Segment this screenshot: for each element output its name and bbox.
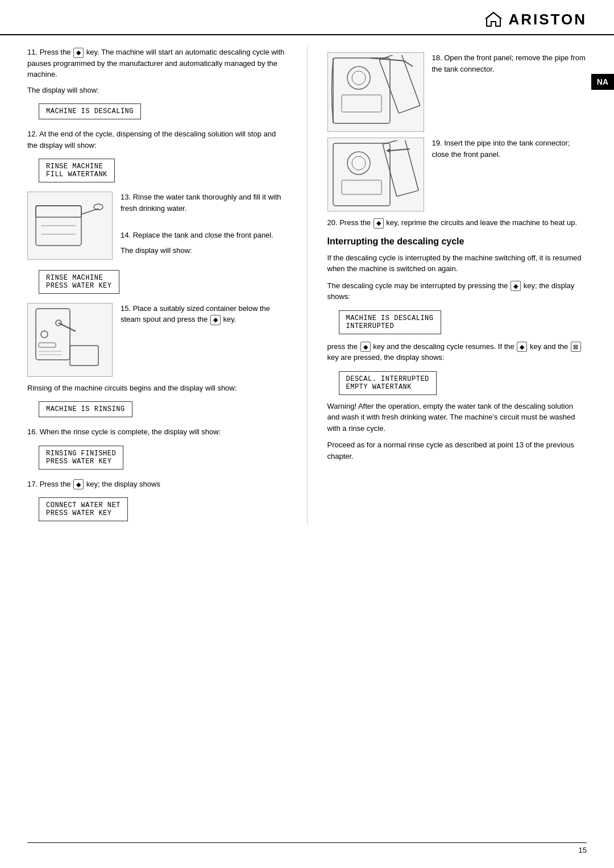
key-sym-4: ◆ bbox=[374, 218, 384, 229]
svg-rect-23 bbox=[383, 140, 418, 196]
step16-text: 16. When the rinse cycle is complete, th… bbox=[27, 426, 287, 438]
page-number: 15 bbox=[579, 846, 587, 854]
display-rinsing-finished: RINSING FINISHED PRESS WATER KEY bbox=[39, 446, 123, 470]
display-rinse-fill: RINSE MACHINE FILL WATERTANK bbox=[39, 159, 115, 182]
svg-line-27 bbox=[390, 149, 410, 151]
svg-point-24 bbox=[347, 152, 370, 175]
figure-steam: 15. Place a suitably sized container bel… bbox=[27, 303, 287, 377]
footer-line bbox=[27, 842, 587, 843]
steam-image bbox=[27, 303, 113, 377]
svg-rect-10 bbox=[70, 346, 98, 366]
left-column: 11. Press the ◆ key. The machine will st… bbox=[27, 47, 287, 525]
step17-text: 17. Press the ◆ key; the display shows bbox=[27, 479, 287, 490]
interrupting-section-title: Interrupting the descaling cycle bbox=[327, 236, 587, 247]
warning-text: Warning! After the operation, empty the … bbox=[327, 401, 587, 434]
svg-point-11 bbox=[41, 331, 48, 338]
open-panel-svg bbox=[330, 55, 421, 129]
svg-rect-26 bbox=[342, 180, 381, 194]
svg-rect-15 bbox=[333, 58, 390, 123]
interrupt-p2: The descaling cycle may be interrupted b… bbox=[327, 280, 587, 302]
display-rinse-press: RINSE MACHINE PRESS WATER KEY bbox=[39, 270, 119, 294]
tank-svg bbox=[30, 194, 110, 257]
svg-point-18 bbox=[352, 71, 366, 85]
display-connect-water: CONNECT WATER NET PRESS WATER KEY bbox=[39, 497, 128, 521]
key-sym-3: ◆ bbox=[73, 479, 84, 489]
figure-open-panel: 18. Open the front panel; remove the pip… bbox=[327, 52, 587, 132]
svg-rect-1 bbox=[36, 206, 81, 217]
figure-insert-pipe: 19. Insert the pipe into the tank connec… bbox=[327, 138, 587, 211]
proceed-text: Proceed as for a normal rinse cycle as d… bbox=[327, 439, 587, 462]
display-empty-watertank: DESCAL. INTERRUPTED EMPTY WATERTANK bbox=[339, 371, 437, 395]
svg-rect-16 bbox=[379, 55, 420, 113]
step19-text: 19. Insert the pipe into the tank connec… bbox=[432, 138, 587, 164]
key-sym-2: ◆ bbox=[210, 315, 221, 325]
key-sym-5: ◆ bbox=[511, 281, 521, 291]
open-panel-image bbox=[327, 52, 424, 132]
step20-text: 20. Press the ◆ key, reprime the circuit… bbox=[327, 217, 587, 229]
svg-marker-28 bbox=[386, 148, 390, 153]
steam-svg bbox=[30, 306, 110, 374]
figure-tank: 13. Rinse the water tank thoroughly and … bbox=[27, 192, 287, 261]
insert-pipe-svg bbox=[330, 140, 421, 209]
step12-text: 12. At the end of the cycle, dispensing … bbox=[27, 128, 287, 151]
svg-rect-19 bbox=[342, 95, 381, 112]
step15-text: 15. Place a suitably sized container bel… bbox=[121, 303, 287, 377]
page-header: ARISTON bbox=[0, 0, 614, 35]
display-show-label-1: The display will show: bbox=[27, 85, 287, 96]
display-interrupted: MACHINE IS DESCALING INTERRUPTED bbox=[339, 310, 441, 334]
svg-point-17 bbox=[347, 67, 370, 89]
na-badge: NA bbox=[591, 74, 614, 90]
key-symbol-1: ◆ bbox=[73, 48, 84, 58]
key-sym-8: ⊠ bbox=[571, 342, 581, 352]
interrupt-p3: press the ◆ key and the descaling cycle … bbox=[327, 341, 587, 363]
main-content: 11. Press the ◆ key. The machine will st… bbox=[0, 35, 614, 559]
svg-point-25 bbox=[352, 156, 366, 170]
tank-image bbox=[27, 192, 113, 260]
insert-pipe-image bbox=[327, 138, 424, 211]
column-divider bbox=[307, 47, 308, 525]
rinsing-label: Rinsing of the machine circuits begins a… bbox=[27, 383, 287, 394]
step11-text: 11. Press the ◆ key. The machine will st… bbox=[27, 47, 287, 80]
right-column: 18. Open the front panel; remove the pip… bbox=[327, 47, 587, 525]
key-sym-7: ◆ bbox=[517, 342, 527, 352]
ariston-logo: ARISTON bbox=[484, 10, 587, 28]
logo-text: ARISTON bbox=[508, 11, 587, 28]
ariston-logo-icon bbox=[484, 10, 503, 28]
display-machine-is-descaling: MACHINE IS DESCALING bbox=[39, 103, 141, 119]
svg-rect-12 bbox=[39, 343, 56, 347]
display-machine-rinsing: MACHINE IS RINSING bbox=[39, 401, 132, 417]
key-sym-6: ◆ bbox=[360, 342, 371, 352]
step13-14-text: 13. Rinse the water tank thoroughly and … bbox=[121, 192, 287, 261]
step18-text: 18. Open the front panel; remove the pip… bbox=[432, 52, 587, 79]
interrupt-p1: If the descaling cycle is interrupted by… bbox=[327, 252, 587, 275]
